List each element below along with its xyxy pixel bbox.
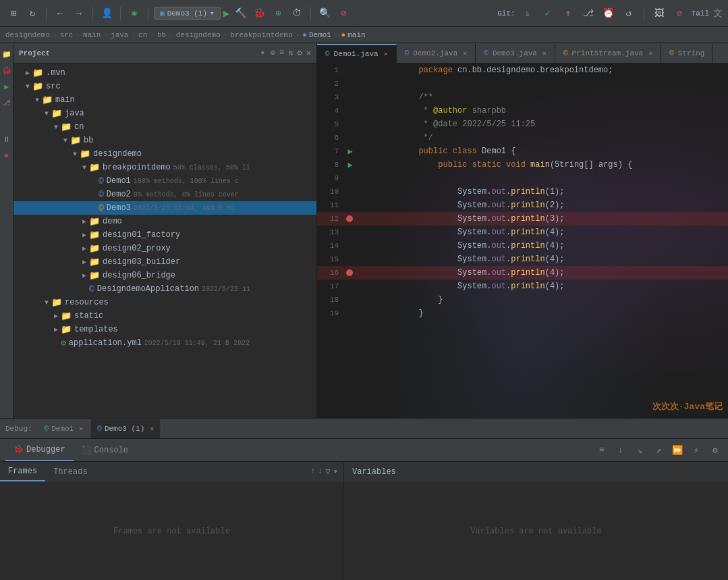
toolbar-btn-bookmark[interactable]: ✱ bbox=[126, 5, 142, 22]
sidebar-dropdown-arrow[interactable]: ▾ bbox=[260, 48, 265, 58]
tree-label-demo-folder: demo bbox=[103, 217, 122, 226]
tree-item-cn[interactable]: ▼ 📁 cn bbox=[13, 120, 316, 134]
tree-item-bb[interactable]: ▼ 📁 bb bbox=[13, 134, 316, 147]
gutter-icon-debug[interactable]: 🐞 bbox=[1, 65, 12, 76]
tab-threads[interactable]: Threads bbox=[45, 463, 95, 481]
run-button[interactable]: ▶ bbox=[223, 7, 230, 20]
bc-bb[interactable]: bb bbox=[157, 31, 166, 39]
toolbar-btn-user[interactable]: 👤 bbox=[99, 5, 115, 22]
gutter-icon-project[interactable]: 📁 bbox=[1, 49, 12, 59]
tab-demo1[interactable]: © Demo1.java ✕ bbox=[317, 44, 397, 63]
toolbar-btn-profile[interactable]: ⏱ bbox=[289, 5, 305, 22]
tree-item-mvn[interactable]: ▶ 📁 .mvn bbox=[13, 66, 316, 80]
tree-item-design02[interactable]: ▶ 📁 design02_proxy bbox=[13, 242, 316, 255]
git-rollback[interactable]: ↺ bbox=[621, 5, 637, 22]
bc-main[interactable]: main bbox=[83, 31, 101, 39]
debug-icon-step-into[interactable]: ↘ bbox=[632, 443, 647, 458]
toolbar-btn-build[interactable]: 🔨 bbox=[232, 5, 248, 22]
bc-breakpointdemo[interactable]: breakpointdemo bbox=[230, 31, 292, 39]
debug-session-close-demo1[interactable]: ✕ bbox=[79, 425, 83, 433]
toolbar-btn-back[interactable]: ← bbox=[52, 5, 68, 22]
tab-demo2[interactable]: © Demo2.java ✕ bbox=[397, 44, 476, 63]
toolbar-btn-no[interactable]: ⊘ bbox=[671, 5, 688, 22]
bc-designdemo2[interactable]: designdemo bbox=[176, 31, 221, 39]
code-editor[interactable]: 1 package cn.bb.designdemo.breakpointdem… bbox=[317, 63, 728, 418]
sidebar-icon-close[interactable]: ✕ bbox=[306, 48, 311, 58]
tab-string[interactable]: © String bbox=[661, 44, 713, 63]
frames-icon-more[interactable]: ▾ bbox=[333, 467, 338, 477]
toolbar-btn-stop[interactable]: ⊘ bbox=[335, 5, 352, 22]
debug-icon-settings[interactable]: ⚙ bbox=[708, 443, 723, 458]
git-history[interactable]: ⏰ bbox=[600, 5, 617, 22]
tab-close-printstream[interactable]: ✕ bbox=[648, 49, 652, 57]
gutter-icon-pause[interactable]: ⏸ bbox=[1, 134, 12, 144]
frames-tab-icons: ↑ ↓ ▽ ▾ bbox=[310, 467, 343, 477]
bc-java[interactable]: java bbox=[111, 31, 128, 39]
toolbar-btn-debug[interactable]: 🐞 bbox=[251, 5, 267, 22]
debug-icon-rerun[interactable]: ≡ bbox=[594, 443, 609, 458]
tree-item-breakpointdemo[interactable]: ▼ 📁 breakpointdemo 50% classes, 50% li bbox=[13, 161, 316, 174]
tree-item-demo1[interactable]: © Demo1 100% methods, 100% lines c bbox=[13, 174, 316, 188]
tree-item-demo2[interactable]: © Demo2 0% methods, 0% lines cover bbox=[13, 188, 316, 201]
sidebar-icon-settings[interactable]: ⚙ bbox=[298, 48, 302, 58]
git-push[interactable]: ⇑ bbox=[560, 5, 576, 22]
frames-icon-up[interactable]: ↑ bbox=[310, 467, 315, 477]
bc-src[interactable]: src bbox=[60, 31, 74, 39]
bc-demo1[interactable]: Demo1 bbox=[309, 31, 331, 39]
gutter-icon-stop[interactable]: ⊗ bbox=[1, 150, 12, 161]
breakpoint-dot-12[interactable] bbox=[346, 215, 353, 222]
tree-item-main[interactable]: ▼ 📁 main bbox=[13, 93, 316, 107]
toolbar-btn-paint[interactable]: 🖼 bbox=[651, 5, 667, 22]
tab-frames[interactable]: Frames bbox=[0, 463, 45, 481]
bc-designdemo[interactable]: designdemo bbox=[5, 31, 50, 39]
tab-demo3[interactable]: © Demo3.java ✕ bbox=[476, 44, 555, 63]
debug-tab-console[interactable]: ⬛ Console bbox=[74, 440, 136, 461]
tree-item-application-yml[interactable]: ⚙ application.yml 2022/5/19 11:49, 21 B … bbox=[13, 336, 316, 350]
debug-icon-step-over[interactable]: ↓ bbox=[613, 443, 628, 458]
debug-tab-debugger[interactable]: 🐞 Debugger bbox=[5, 440, 74, 461]
git-fetch[interactable]: ⇓ bbox=[520, 5, 536, 22]
tab-printstream[interactable]: © PrintStream.java ✕ bbox=[555, 44, 661, 63]
toolbar-btn-new[interactable]: ⊞ bbox=[5, 5, 22, 22]
sidebar-icon-sort[interactable]: ⇅ bbox=[288, 48, 293, 58]
tree-item-resources[interactable]: ▼ 📁 resources bbox=[13, 296, 316, 309]
tab-close-demo2[interactable]: ✕ bbox=[463, 49, 467, 57]
tree-item-designdemo-app[interactable]: © DesigndemoApplication 2022/5/25 11 bbox=[13, 282, 316, 296]
gutter-icon-run[interactable]: ▶ bbox=[1, 81, 12, 92]
tree-item-static[interactable]: ▶ 📁 static bbox=[13, 309, 316, 323]
sidebar-icon-collapse[interactable]: ≡ bbox=[279, 48, 284, 58]
run-config-selector[interactable]: ▣ Demo3 (1) ▾ bbox=[154, 7, 221, 20]
debug-icon-eval[interactable]: ⚡ bbox=[689, 443, 704, 458]
tree-item-design01[interactable]: ▶ 📁 design01_factory bbox=[13, 228, 316, 242]
git-update[interactable]: ✓ bbox=[540, 5, 556, 22]
tree-item-demo-folder[interactable]: ▶ 📁 demo bbox=[13, 215, 316, 228]
tab-close-demo3[interactable]: ✕ bbox=[542, 49, 547, 57]
tab-close-demo1[interactable]: ✕ bbox=[384, 50, 388, 58]
tree-item-templates[interactable]: ▶ 📁 templates bbox=[13, 323, 316, 336]
toolbar-btn-sync[interactable]: ↻ bbox=[24, 5, 40, 22]
frames-icon-down[interactable]: ↓ bbox=[318, 467, 323, 477]
git-branch[interactable]: ⎇ bbox=[580, 5, 596, 22]
tree-item-design06[interactable]: ▶ 📁 design06_bridge bbox=[13, 269, 316, 282]
debug-icon-step-out[interactable]: ↗ bbox=[651, 443, 666, 458]
frames-icon-filter[interactable]: ▽ bbox=[326, 467, 331, 477]
debug-session-demo3[interactable]: © Demo3 (1) ✕ bbox=[90, 419, 161, 438]
tree-item-designdemo[interactable]: ▼ 📁 designdemo bbox=[13, 147, 316, 161]
debug-tool-icons: ≡ ↓ ↘ ↗ ⏩ ⚡ ⚙ bbox=[594, 443, 723, 458]
debug-session-demo1[interactable]: © Demo1 ✕ bbox=[38, 419, 91, 438]
debug-tab-debugger-icon: 🐞 bbox=[13, 444, 24, 454]
sidebar-icon-new[interactable]: ⊕ bbox=[271, 48, 275, 58]
debug-session-close-demo3[interactable]: ✕ bbox=[150, 425, 154, 433]
gutter-icon-git[interactable]: ⎇ bbox=[1, 97, 12, 108]
tree-item-src[interactable]: ▼ 📁 src bbox=[13, 80, 316, 93]
bc-cn[interactable]: cn bbox=[138, 31, 147, 39]
toolbar-btn-coverage[interactable]: ⊕ bbox=[270, 5, 286, 22]
tree-item-java[interactable]: ▼ 📁 java bbox=[13, 107, 316, 120]
tree-item-design03[interactable]: ▶ 📁 design03_builder bbox=[13, 255, 316, 269]
breakpoint-dot-16[interactable] bbox=[346, 269, 353, 276]
toolbar-btn-search[interactable]: 🔍 bbox=[316, 5, 333, 22]
bc-main-method[interactable]: main bbox=[347, 31, 365, 39]
debug-icon-run-cursor[interactable]: ⏩ bbox=[670, 443, 685, 458]
tree-item-demo3[interactable]: © Demo3 2022/5/25 15:04, 493 B Mc bbox=[13, 201, 316, 215]
toolbar-btn-forward[interactable]: → bbox=[71, 5, 87, 22]
